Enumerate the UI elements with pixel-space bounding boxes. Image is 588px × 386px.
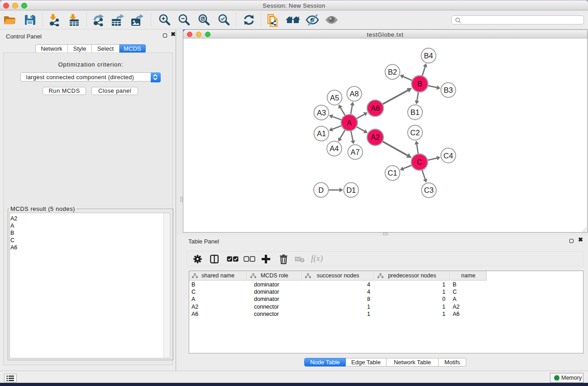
- svg-text:B: B: [417, 80, 422, 88]
- svg-text:C3: C3: [424, 186, 434, 194]
- svg-text:A8: A8: [350, 90, 359, 98]
- svg-text:A1: A1: [317, 129, 326, 138]
- svg-text:C2: C2: [410, 129, 420, 137]
- svg-text:C: C: [417, 158, 422, 166]
- svg-text:A3: A3: [317, 109, 326, 117]
- svg-text:D: D: [318, 186, 324, 194]
- svg-text:B1: B1: [411, 108, 420, 116]
- svg-text:A5: A5: [330, 94, 339, 102]
- svg-text:A: A: [347, 119, 352, 127]
- svg-text:C4: C4: [444, 152, 453, 160]
- svg-text:A6: A6: [371, 104, 380, 112]
- svg-text:B3: B3: [444, 86, 453, 94]
- svg-text:A2: A2: [371, 133, 380, 141]
- svg-text:B4: B4: [424, 52, 433, 60]
- svg-text:C1: C1: [387, 169, 397, 177]
- svg-text:B2: B2: [388, 68, 397, 76]
- svg-text:A4: A4: [330, 144, 339, 152]
- svg-text:A7: A7: [351, 148, 360, 156]
- svg-text:D1: D1: [346, 186, 356, 194]
